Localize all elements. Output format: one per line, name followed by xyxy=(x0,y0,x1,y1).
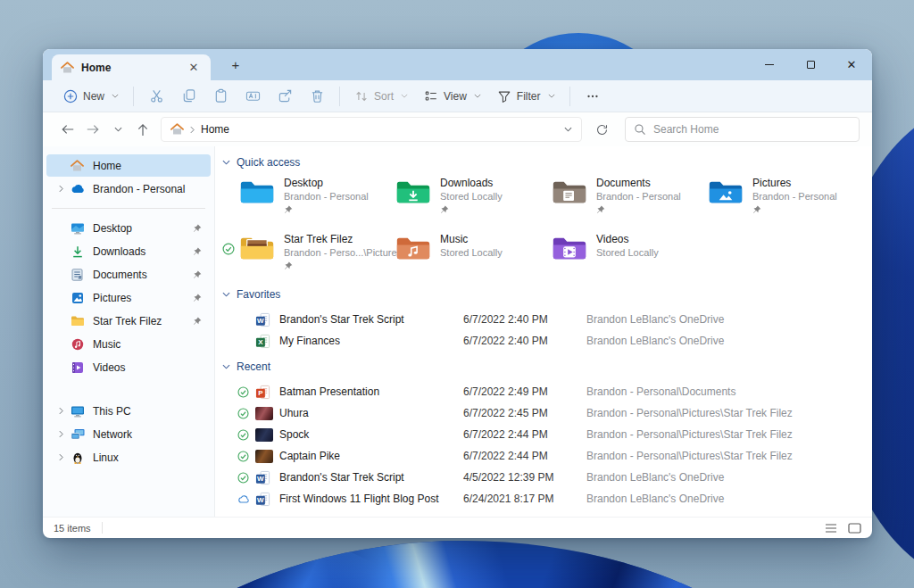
svg-text:P: P xyxy=(258,389,263,397)
expand-chevron-icon[interactable] xyxy=(52,453,70,461)
section-header-favorites[interactable]: Favorites xyxy=(222,288,872,301)
expand-chevron-icon[interactable] xyxy=(52,407,70,415)
file-row-batman-presentation[interactable]: P Batman Presentation 6/7/2022 2:49 PM B… xyxy=(237,381,872,402)
chevron-down-icon xyxy=(401,94,408,98)
cut-button[interactable] xyxy=(140,85,172,107)
toolbar-divider xyxy=(133,87,134,106)
new-button[interactable]: New xyxy=(55,86,127,107)
copy-icon xyxy=(181,88,196,104)
photo-thumbnail-icon xyxy=(255,428,279,442)
details-view-icon[interactable] xyxy=(825,523,837,534)
section-header-quick-access[interactable]: Quick access xyxy=(222,156,872,169)
powerpoint-file-icon: P xyxy=(255,385,279,400)
forward-button[interactable] xyxy=(80,119,105,140)
sidebar-item-music[interactable]: Music xyxy=(46,333,211,355)
view-button[interactable]: View xyxy=(416,86,489,107)
maximize-button[interactable] xyxy=(790,49,831,80)
tile-sublabel: Brandon - Perso...\Pictures xyxy=(284,246,402,259)
see-more-button[interactable] xyxy=(577,86,609,107)
sidebar-item-pictures[interactable]: Pictures xyxy=(46,286,211,309)
new-tab-button[interactable]: + xyxy=(225,57,246,72)
file-date: 6/7/2022 2:40 PM xyxy=(463,335,586,347)
tile-star-trek-filez[interactable]: Star Trek Filez Brandon - Perso...\Pictu… xyxy=(239,233,395,277)
file-row-spock[interactable]: Spock 6/7/2022 2:44 PM Brandon - Persona… xyxy=(237,424,872,445)
photo-thumbnail-icon xyxy=(255,407,279,420)
chevron-down-icon xyxy=(222,364,230,369)
item-count: 15 items xyxy=(54,523,91,534)
tile-desktop[interactable]: Desktop Brandon - Personal xyxy=(239,177,395,221)
sidebar-item-star-trek-filez[interactable]: Star Trek Filez xyxy=(46,310,211,332)
paste-button[interactable] xyxy=(204,85,237,107)
copy-button[interactable] xyxy=(172,85,204,107)
filter-button[interactable]: Filter xyxy=(489,86,563,107)
tile-name: Downloads xyxy=(440,177,503,190)
expand-chevron-icon[interactable] xyxy=(52,185,70,193)
status-divider xyxy=(102,522,103,534)
tab-close-icon[interactable]: ✕ xyxy=(186,61,202,74)
tile-name: Pictures xyxy=(752,177,837,190)
minimize-button[interactable] xyxy=(749,49,790,80)
favorites-list: W Brandon's Star Trek Script 6/7/2022 2:… xyxy=(237,309,872,352)
window-controls: ✕ xyxy=(749,49,872,80)
navigation-pane: Home Brandon - Personal Desktop Download… xyxy=(43,146,215,517)
sidebar-item-linux[interactable]: Linux xyxy=(46,446,211,468)
file-row-captain-pike[interactable]: Captain Pike 6/7/2022 2:44 PM Brandon - … xyxy=(237,445,872,467)
refresh-button[interactable] xyxy=(589,119,614,141)
up-button[interactable] xyxy=(130,119,155,141)
section-title: Recent xyxy=(237,360,270,373)
file-row-uhura[interactable]: Uhura 6/7/2022 2:45 PM Brandon - Persona… xyxy=(237,402,872,424)
tile-pictures[interactable]: Pictures Brandon - Personal xyxy=(708,177,864,221)
file-row-first-windows-11-flight-blog-post[interactable]: W First Windows 11 Flight Blog Post 6/24… xyxy=(237,488,872,509)
tile-documents[interactable]: Documents Brandon - Personal xyxy=(552,177,708,221)
address-dropdown-icon[interactable] xyxy=(564,127,572,132)
search-box[interactable] xyxy=(625,117,860,142)
sidebar-item-home[interactable]: Home xyxy=(46,154,211,177)
pin-icon xyxy=(284,261,402,270)
tile-videos[interactable]: Videos Stored Locally xyxy=(552,233,708,277)
delete-button[interactable] xyxy=(301,85,333,107)
folder-icon xyxy=(70,315,85,327)
sidebar-item-this-pc[interactable]: This PC xyxy=(46,400,211,422)
pin-icon xyxy=(193,247,202,256)
pin-icon xyxy=(440,205,503,214)
close-button[interactable]: ✕ xyxy=(831,49,872,80)
sidebar-item-videos[interactable]: Videos xyxy=(46,356,211,378)
file-row-brandons-star-trek-script-recent[interactable]: W Brandon's Star Trek Script 4/5/2022 12… xyxy=(237,467,872,488)
rename-button[interactable] xyxy=(237,85,269,107)
breadcrumb[interactable]: Home xyxy=(161,117,582,142)
back-button[interactable] xyxy=(55,119,80,140)
tile-downloads[interactable]: Downloads Stored Locally xyxy=(395,177,552,221)
sidebar-item-downloads[interactable]: Downloads xyxy=(46,240,211,262)
folder-music-icon xyxy=(395,234,431,263)
file-location: Brandon LeBlanc's OneDrive xyxy=(586,313,724,326)
share-button[interactable] xyxy=(269,85,301,107)
file-location: Brandon LeBlanc's OneDrive xyxy=(586,493,724,505)
expand-chevron-icon[interactable] xyxy=(52,430,70,438)
file-date: 4/5/2022 12:39 PM xyxy=(463,471,586,484)
search-input[interactable] xyxy=(653,123,851,136)
sidebar-item-desktop[interactable]: Desktop xyxy=(46,217,211,239)
synced-status-icon xyxy=(222,243,235,255)
download-arrow-icon xyxy=(70,245,85,258)
file-date: 6/7/2022 2:49 PM xyxy=(463,385,586,398)
tile-sublabel: Brandon - Personal xyxy=(752,190,837,203)
section-header-recent[interactable]: Recent xyxy=(222,360,872,373)
sort-button[interactable]: Sort xyxy=(346,86,416,107)
cloud-status-icon xyxy=(237,494,255,504)
word-file-icon: W xyxy=(255,492,279,507)
file-row-brandons-star-trek-script[interactable]: W Brandon's Star Trek Script 6/7/2022 2:… xyxy=(237,309,872,330)
sidebar-item-onedrive[interactable]: Brandon - Personal xyxy=(46,178,211,200)
recent-locations-button[interactable] xyxy=(105,122,130,137)
file-location: Brandon LeBlanc's OneDrive xyxy=(586,471,724,484)
section-title: Favorites xyxy=(237,288,280,301)
tab-home[interactable]: Home ✕ xyxy=(52,54,211,80)
sidebar-item-network[interactable]: Network xyxy=(46,423,211,445)
tile-sublabel: Stored Locally xyxy=(440,190,503,203)
breadcrumb-segment[interactable]: Home xyxy=(201,123,229,136)
file-row-my-finances[interactable]: X My Finances 6/7/2022 2:40 PM Brandon L… xyxy=(237,330,872,352)
tile-music[interactable]: Music Stored Locally xyxy=(395,233,552,277)
view-list-icon xyxy=(424,89,438,104)
large-thumbnails-view-icon[interactable] xyxy=(848,523,861,534)
recent-list: P Batman Presentation 6/7/2022 2:49 PM B… xyxy=(237,381,872,509)
sidebar-item-documents[interactable]: Documents xyxy=(46,263,211,286)
